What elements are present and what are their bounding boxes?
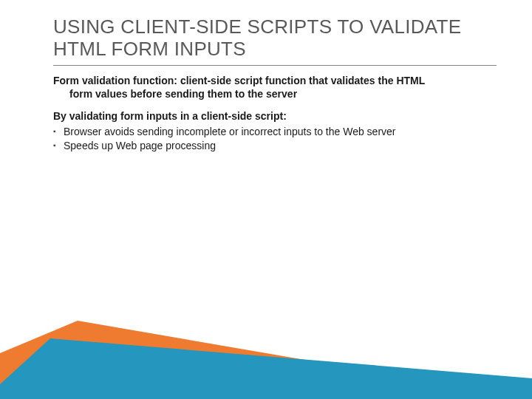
body-content: Form validation function: client-side sc… <box>53 75 497 153</box>
slide: USING CLIENT-SIDE SCRIPTS TO VALIDATE HT… <box>0 0 532 399</box>
title-underline <box>53 65 497 66</box>
footer-graphic <box>0 310 532 399</box>
benefits-heading: By validating form inputs in a client-si… <box>53 110 497 123</box>
svg-marker-0 <box>0 321 532 399</box>
footer-shapes-icon <box>0 310 532 399</box>
svg-marker-1 <box>0 338 532 399</box>
definition-line1: Form validation function: client-side sc… <box>53 75 425 86</box>
bullet-text: Speeds up Web page processing <box>64 140 216 151</box>
list-item: Speeds up Web page processing <box>53 139 497 153</box>
bullet-text: Browser avoids sending incomplete or inc… <box>64 126 396 137</box>
definition-line2: form values before sending them to the s… <box>53 88 497 101</box>
benefits-list: Browser avoids sending incomplete or inc… <box>53 125 497 153</box>
list-item: Browser avoids sending incomplete or inc… <box>53 125 497 139</box>
slide-title: USING CLIENT-SIDE SCRIPTS TO VALIDATE HT… <box>53 16 497 61</box>
definition-paragraph: Form validation function: client-side sc… <box>53 75 497 101</box>
